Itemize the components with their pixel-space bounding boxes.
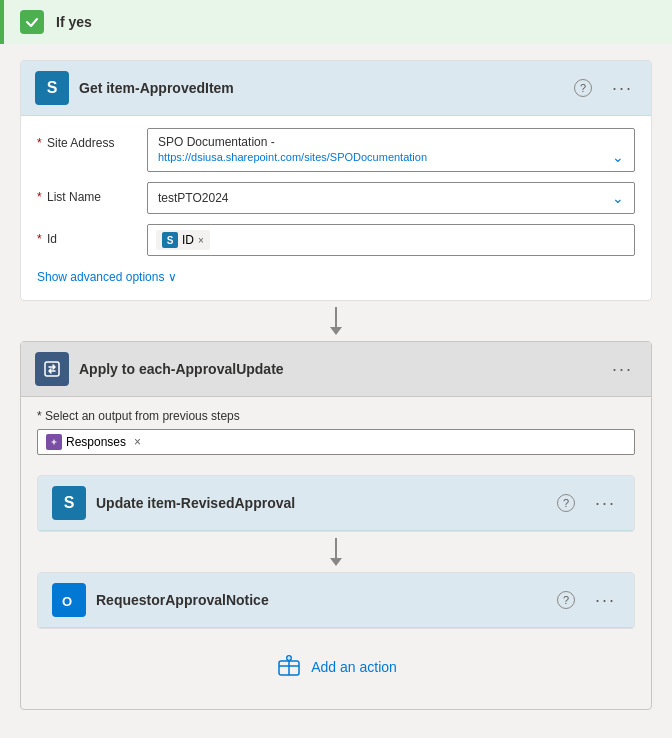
select-output-label: * Select an output from previous steps bbox=[37, 409, 635, 423]
update-item-title: Update item-RevisedApproval bbox=[96, 495, 553, 511]
if-yes-header: If yes bbox=[0, 0, 672, 44]
id-row: * Id S ID × bbox=[37, 224, 635, 256]
connector-arrow-1 bbox=[330, 327, 342, 335]
main-content: S Get item-ApprovedItem ? ··· * Site Add… bbox=[0, 44, 672, 726]
requestor-help-button[interactable]: ? bbox=[553, 589, 579, 611]
site-address-input[interactable]: SPO Documentation - https://dsiusa.share… bbox=[147, 128, 635, 172]
id-tag-icon: S bbox=[162, 232, 178, 248]
inner-cards-container: S Update item-RevisedApproval ? ··· bbox=[21, 467, 651, 709]
get-item-more-button[interactable]: ··· bbox=[608, 76, 637, 101]
get-item-title: Get item-ApprovedItem bbox=[79, 80, 570, 96]
if-yes-label: If yes bbox=[56, 14, 92, 30]
apply-to-each-icon bbox=[35, 352, 69, 386]
requestor-approval-title: RequestorApprovalNotice bbox=[96, 592, 553, 608]
requestor-outlook-icon: O bbox=[52, 583, 86, 617]
connector-1 bbox=[330, 301, 342, 341]
update-item-help-button[interactable]: ? bbox=[553, 492, 579, 514]
connector-line-inner bbox=[335, 538, 337, 558]
update-item-card: S Update item-RevisedApproval ? ··· bbox=[37, 475, 635, 532]
show-advanced-options[interactable]: Show advanced options ∨ bbox=[37, 266, 635, 288]
responses-tag-close[interactable]: × bbox=[134, 435, 141, 449]
requestor-approval-header: O RequestorApprovalNotice ? ··· bbox=[38, 573, 634, 628]
get-item-card: S Get item-ApprovedItem ? ··· * Site Add… bbox=[20, 60, 652, 301]
update-help-icon: ? bbox=[557, 494, 575, 512]
apply-to-each-card-actions: ··· bbox=[608, 357, 637, 382]
list-name-label: * List Name bbox=[37, 182, 147, 204]
apply-to-each-more-button[interactable]: ··· bbox=[608, 357, 637, 382]
update-item-actions: ? ··· bbox=[553, 491, 620, 516]
apply-more-icon: ··· bbox=[612, 359, 633, 380]
add-action-container: Add an action bbox=[259, 629, 413, 697]
svg-rect-0 bbox=[45, 362, 59, 376]
get-item-card-body: * Site Address SPO Documentation - https… bbox=[21, 116, 651, 300]
show-advanced-chevron: ∨ bbox=[168, 270, 177, 284]
add-action-label: Add an action bbox=[311, 659, 397, 675]
list-name-row: * List Name testPTO2024 ⌄ bbox=[37, 182, 635, 214]
responses-tag[interactable]: Responses × bbox=[37, 429, 635, 455]
svg-text:O: O bbox=[62, 594, 72, 609]
get-item-help-button[interactable]: ? bbox=[570, 77, 596, 99]
add-action-icon bbox=[275, 653, 303, 681]
site-address-label: * Site Address bbox=[37, 128, 147, 150]
site-address-row: * Site Address SPO Documentation - https… bbox=[37, 128, 635, 172]
site-address-dropdown-arrow: ⌄ bbox=[612, 149, 624, 165]
get-item-card-header: S Get item-ApprovedItem ? ··· bbox=[21, 61, 651, 116]
apply-to-each-body: * Select an output from previous steps R… bbox=[21, 397, 651, 467]
connector-inner bbox=[330, 532, 342, 572]
more-icon: ··· bbox=[612, 78, 633, 99]
apply-to-each-title: Apply to each-ApprovalUpdate bbox=[79, 361, 608, 377]
id-tag-input[interactable]: S ID × bbox=[147, 224, 635, 256]
list-name-input[interactable]: testPTO2024 ⌄ bbox=[147, 182, 635, 214]
apply-to-each-header: Apply to each-ApprovalUpdate ··· bbox=[21, 342, 651, 397]
get-item-sharepoint-icon: S bbox=[35, 71, 69, 105]
id-label: * Id bbox=[37, 224, 147, 246]
responses-icon bbox=[46, 434, 62, 450]
list-name-dropdown-arrow: ⌄ bbox=[612, 190, 624, 206]
update-more-icon: ··· bbox=[595, 493, 616, 514]
get-item-card-actions: ? ··· bbox=[570, 76, 637, 101]
requestor-more-icon: ··· bbox=[595, 590, 616, 611]
connector-arrow-inner bbox=[330, 558, 342, 566]
apply-to-each-card: Apply to each-ApprovalUpdate ··· * Selec… bbox=[20, 341, 652, 710]
help-icon: ? bbox=[574, 79, 592, 97]
if-yes-check-icon bbox=[20, 10, 44, 34]
update-item-header: S Update item-RevisedApproval ? ··· bbox=[38, 476, 634, 531]
update-item-icon: S bbox=[52, 486, 86, 520]
requestor-help-icon: ? bbox=[557, 591, 575, 609]
update-item-more-button[interactable]: ··· bbox=[591, 491, 620, 516]
add-action-button[interactable]: Add an action bbox=[259, 645, 413, 689]
id-tag-close[interactable]: × bbox=[198, 235, 204, 246]
requestor-approval-actions: ? ··· bbox=[553, 588, 620, 613]
requestor-approval-card: O RequestorApprovalNotice ? ··· bbox=[37, 572, 635, 629]
connector-line-1 bbox=[335, 307, 337, 327]
requestor-more-button[interactable]: ··· bbox=[591, 588, 620, 613]
id-tag: S ID × bbox=[156, 230, 210, 250]
